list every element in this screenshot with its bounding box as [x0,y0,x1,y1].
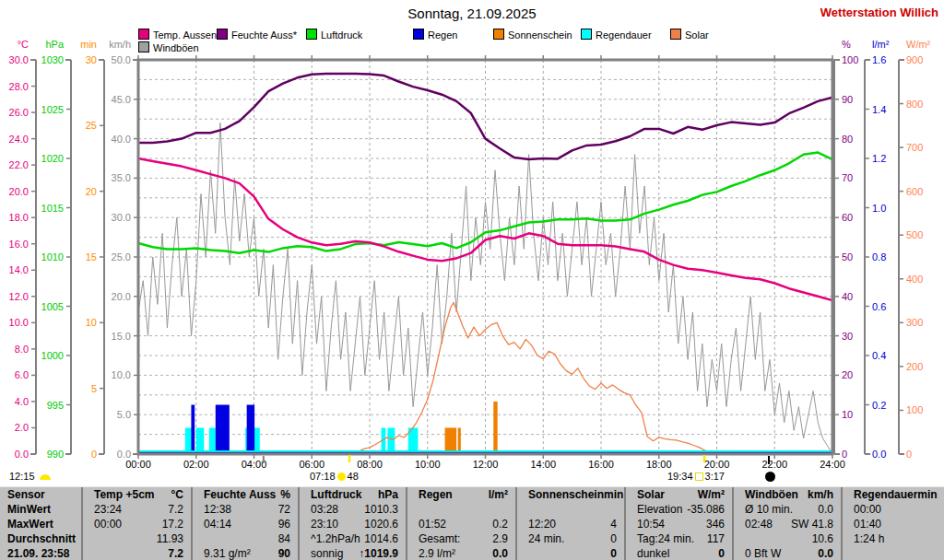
event-ticks [264,455,769,464]
table-cell: ^1.2hPa/h1014.6 [300,531,406,546]
svg-text:100: 100 [842,54,858,65]
svg-text:20: 20 [842,369,853,380]
table-cell: 23:101020.6 [300,517,406,531]
svg-text:16:00: 16:00 [588,459,614,470]
svg-text:10: 10 [86,317,97,328]
column-header: Regenl/m² [407,487,515,502]
table-column-windb-en: Windböenkm/hØ 10 min.0.002:48SW 41.810.6… [732,487,841,560]
table-cell: 1:24 h [843,531,944,546]
svg-text:22.0: 22.0 [9,159,29,170]
table-cell: Elevation-35.086 [626,502,732,517]
svg-text:800: 800 [906,99,923,110]
svg-text:1.0: 1.0 [872,203,886,214]
svg-text:0.6: 0.6 [872,301,886,312]
svg-text:60: 60 [842,212,853,223]
table-cell: dunkel0 [626,546,732,560]
svg-text:00:00: 00:00 [125,459,151,470]
row-label: MinWert [0,502,81,517]
svg-text:%: % [842,39,851,50]
table-cell: sonnig↑1019.9 [300,546,406,560]
table-cell: 23:247.2 [83,502,191,517]
svg-text:0.8: 0.8 [872,251,886,262]
svg-text:40.0: 40.0 [112,134,131,145]
table-cell: 2.9 l/m²0.0 [407,546,515,560]
svg-text:90: 90 [842,94,853,105]
svg-text:16.0: 16.0 [9,239,29,250]
svg-text:5: 5 [91,383,97,394]
table-cell: 02:48SW 41.8 [734,517,841,531]
svg-text:990: 990 [47,449,64,460]
svg-text:30.0: 30.0 [112,212,131,223]
svg-text:10.0: 10.0 [9,317,29,328]
table-cell: 12:204 [517,517,624,531]
svg-text:14.0: 14.0 [9,264,29,275]
svg-text:24:00: 24:00 [820,459,845,470]
svg-text:500: 500 [906,229,923,240]
weather-dashboard: Sonntag, 21.09.2025 Wetterstation Willic… [0,0,944,560]
table-cell: Gesamt:2.9 [407,531,515,546]
sun-icon [337,472,346,481]
weather-chart: 30.028.026.024.022.020.018.016.014.012.0… [0,0,944,488]
halfsun-icon [40,474,51,480]
svg-text:10:00: 10:00 [415,459,441,470]
axis-C: 30.028.026.024.022.020.018.016.014.012.0… [9,39,36,460]
svg-text:4.0: 4.0 [15,396,29,407]
svg-text:25.0: 25.0 [112,251,131,262]
svg-text:6.0: 6.0 [15,369,29,380]
table-cell: 00:0017.2 [83,517,191,531]
table-row-labels: SensorMinWertMaxWertDurchschnitt21.09. 2… [0,487,81,560]
table-cell: 10:54346 [626,517,732,531]
svg-text:14:00: 14:00 [530,459,556,470]
axis-Wm: 9008007006005004003002001000W/m² [899,39,931,460]
svg-text:22:00: 22:00 [761,459,787,470]
daylength-time: 12:15 [9,471,35,482]
table-cell: 9.31 g/m²90 [193,546,298,560]
svg-text:20.0: 20.0 [9,186,29,197]
axis-min: 302520151050min [80,39,104,460]
row-label: Sensor [0,487,81,502]
sunset-icon [695,472,703,481]
table-column-luftdruck: LuftdruckhPa03:281010.323:101020.6^1.2hP… [298,487,406,560]
column-header: SolarW/m² [626,487,732,502]
svg-text:26.0: 26.0 [9,107,29,118]
svg-text:28.0: 28.0 [9,81,29,92]
svg-text:50: 50 [842,251,853,262]
svg-text:06:00: 06:00 [299,459,324,470]
svg-text:200: 200 [906,361,923,372]
row-label: MaxWert [0,517,81,531]
column-header: LuftdruckhPa [300,487,406,502]
svg-text:0: 0 [906,449,912,460]
svg-text:1030: 1030 [41,54,64,65]
moon-icon [765,472,775,482]
table-column-temp-5cm: Temp +5cm°C23:247.200:0017.211.937.2 [81,487,191,560]
svg-text:24.0: 24.0 [9,134,29,145]
svg-text:30: 30 [842,331,853,342]
table-cell: 0 Bft W0.0 [734,546,841,560]
table-cell: 7.2 [83,546,191,560]
table-column-regendauer: Regendauermin00:0001:401:24 h [841,487,944,560]
svg-text:20: 20 [86,186,97,197]
svg-text:1015: 1015 [41,203,64,214]
svg-text:°C: °C [18,39,29,50]
svg-text:08:00: 08:00 [357,459,383,470]
table-cell: Ø 10 min.0.0 [734,502,841,517]
svg-text:12.0: 12.0 [9,291,29,302]
sunset-time: 19:34 [667,471,693,482]
svg-text:20.0: 20.0 [112,291,131,302]
svg-text:45.0: 45.0 [112,94,131,105]
table-cell: Tag:24 min.117 [626,531,732,546]
svg-text:12:00: 12:00 [473,459,499,470]
svg-text:1.2: 1.2 [872,153,886,164]
svg-text:995: 995 [47,400,64,411]
svg-text:5.0: 5.0 [117,409,131,420]
axis-kmh: 50.045.040.035.030.025.020.015.010.05.00… [109,39,138,460]
svg-text:8.0: 8.0 [15,344,29,355]
svg-text:600: 600 [906,186,923,197]
svg-text:15: 15 [86,251,97,262]
svg-text:15.0: 15.0 [112,331,131,342]
table-cell: 12:3872 [193,502,298,517]
svg-text:1020: 1020 [41,153,64,164]
table-cell: 84 [193,531,298,546]
svg-text:900: 900 [906,54,923,65]
svg-text:1010: 1010 [41,251,64,262]
